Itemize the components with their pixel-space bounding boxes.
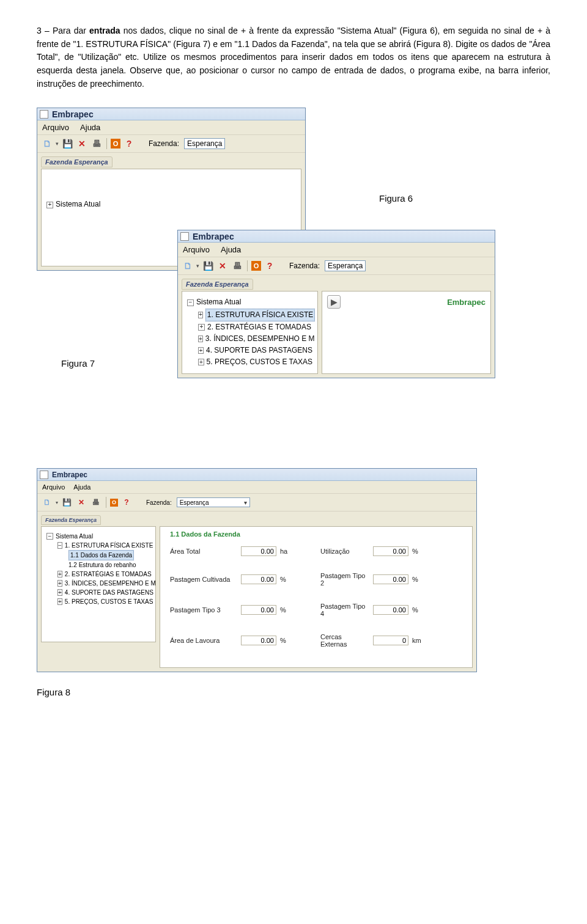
new-icon[interactable]: 🗋 (41, 138, 53, 150)
tree-node-4-label: 4. SUPORTE DAS PASTAGENS (206, 345, 312, 356)
help-icon[interactable]: ? (264, 260, 276, 272)
save-icon[interactable]: 💾 (202, 260, 214, 272)
tree-node-5[interactable]: +5. PREÇOS, CUSTOS E TAXAS (187, 356, 312, 368)
save-icon[interactable]: 💾 (61, 138, 73, 150)
collapse-icon[interactable]: − (187, 299, 194, 306)
new-icon[interactable]: 🗋 (41, 496, 53, 508)
menu-ajuda[interactable]: Ajuda (80, 123, 100, 132)
tree-node-1[interactable]: −1. ESTRUTURA FÍSICA EXISTE (46, 541, 150, 550)
delete-icon[interactable]: ✕ (216, 260, 229, 272)
tree-node-1[interactable]: +1. ESTRUTURA FÍSICA EXISTE (187, 309, 312, 321)
tree-node-4[interactable]: +4. SUPORTE DAS PASTAGENS (46, 588, 150, 597)
help-icon[interactable]: ? (120, 496, 133, 508)
tree-root-label: Sistema Atual (56, 532, 93, 541)
print-icon[interactable]: 🖶 (90, 138, 103, 150)
fazenda-combo[interactable]: Esperança (325, 260, 366, 271)
expand-icon[interactable]: + (198, 359, 204, 365)
menu-arquivo[interactable]: Arquivo (183, 245, 210, 254)
expand-icon[interactable]: + (198, 324, 205, 331)
new-icon[interactable]: 🗋 (182, 260, 194, 272)
tree-root[interactable]: −Sistema Atual (46, 532, 150, 541)
app-title: Embrapec (52, 109, 94, 119)
tree-node-5[interactable]: +5. PREÇOS, CUSTOS E TAXAS (46, 597, 150, 606)
menu-ajuda[interactable]: Ajuda (73, 483, 90, 491)
figure-7-window: Embrapec Arquivo Ajuda 🗋▾ 💾 ✕ 🖶 O ? Faze… (177, 230, 495, 378)
print-icon[interactable]: 🖶 (231, 260, 243, 272)
stop-icon[interactable]: O (110, 499, 118, 507)
app-title: Embrapec (193, 232, 234, 241)
save-icon[interactable]: 💾 (61, 496, 73, 508)
app-logo-icon (180, 232, 189, 241)
expand-icon[interactable]: + (198, 336, 203, 342)
pastagem-cultivada-input[interactable] (241, 574, 276, 584)
print-icon[interactable]: 🖶 (90, 496, 102, 508)
menubar: Arquivo Ajuda (178, 243, 495, 257)
tree-root[interactable]: + Sistema Atual (46, 199, 296, 210)
tree-node-3-label: 3. ÍNDICES, DESEMPENHO E M (205, 333, 315, 345)
stop-icon[interactable]: O (251, 261, 261, 271)
expand-icon[interactable]: + (57, 580, 62, 587)
collapse-icon[interactable]: − (57, 542, 62, 549)
tree-node-2[interactable]: +2. ESTRATÉGIAS E TOMADAS (187, 321, 312, 333)
menu-arquivo[interactable]: Arquivo (42, 123, 69, 132)
fazenda-combo[interactable]: Esperança ▾ (177, 497, 250, 507)
tree-node-3[interactable]: +3. ÍNDICES, DESEMPENHO E M (187, 333, 312, 345)
toolbar-separator (106, 497, 106, 508)
brand-title: Embrapec (447, 298, 485, 307)
menubar: Arquivo Ajuda (37, 481, 476, 493)
pastagem-tipo3-input[interactable] (241, 605, 276, 615)
tree-root[interactable]: − Sistema Atual (187, 296, 312, 308)
para-lead: 3 – Para dar (37, 26, 89, 35)
tree-node-1-2[interactable]: 1.2 Estrutura do rebanho (46, 560, 150, 570)
collapse-icon[interactable]: − (46, 533, 53, 540)
tree-root-label: Sistema Atual (56, 199, 100, 210)
utilizacao-label: Utilização (320, 548, 369, 555)
titlebar[interactable]: Embrapec (37, 469, 476, 481)
help-icon[interactable]: ? (123, 138, 135, 150)
expand-icon[interactable]: + (57, 589, 62, 596)
tree-node-1-2-label: 1.2 Estrutura do rebanho (68, 560, 136, 570)
utilizacao-input[interactable] (373, 546, 408, 556)
tree-node-5-label: 5. PREÇOS, CUSTOS E TAXAS (65, 597, 153, 606)
pastagem-tipo4-input[interactable] (373, 605, 408, 615)
pastagem-tipo3-label: Pastagem Tipo 3 (170, 606, 237, 614)
cercas-externas-unit: km (412, 637, 427, 644)
expand-icon[interactable]: + (46, 202, 53, 208)
delete-icon[interactable]: ✕ (76, 138, 88, 150)
menu-ajuda[interactable]: Ajuda (221, 245, 241, 254)
tree-node-3-label: 3. ÍNDICES, DESEMPENHO E M (65, 579, 156, 588)
fazenda-label: Fazenda: (146, 499, 172, 506)
cercas-externas-input[interactable] (373, 636, 408, 645)
figure-8-window: Embrapec Arquivo Ajuda 🗋▾ 💾 ✕ 🖶 O ? Faze… (37, 468, 477, 672)
pastagem-cultivada-label: Pastagem Cultivada (170, 576, 237, 583)
nav-forward-button[interactable]: ▶ (327, 295, 341, 309)
toolbar: 🗋▾ 💾 ✕ 🖶 O ? Fazenda: Esperança (37, 134, 305, 153)
app-logo-icon (40, 471, 48, 479)
tree-node-3[interactable]: +3. ÍNDICES, DESEMPENHO E M (46, 579, 150, 588)
titlebar[interactable]: Embrapec (178, 230, 495, 243)
expand-icon[interactable]: + (198, 347, 204, 354)
delete-icon[interactable]: ✕ (75, 496, 87, 508)
titlebar[interactable]: Embrapec (37, 108, 305, 120)
stop-icon[interactable]: O (111, 139, 120, 148)
menubar: Arquivo Ajuda (37, 120, 305, 134)
menu-arquivo[interactable]: Arquivo (42, 483, 65, 491)
expand-icon[interactable]: + (57, 598, 62, 605)
area-lavoura-input[interactable] (241, 636, 276, 645)
fazenda-value: Esperança (180, 499, 209, 506)
toolbar: 🗋▾ 💾 ✕ 🖶 O ? Fazenda: Esperança (178, 257, 495, 275)
form-row-2: Pastagem Cultivada % Pastagem Tipo 2 % (170, 572, 462, 587)
tree-node-2[interactable]: +2. ESTRATÉGIAS E TOMADAS (46, 570, 150, 579)
tree-panel: −Sistema Atual −1. ESTRUTURA FÍSICA EXIS… (41, 526, 156, 642)
area-total-input[interactable] (241, 546, 276, 556)
toolbar-separator (247, 260, 248, 271)
tree-node-4[interactable]: +4. SUPORTE DAS PASTAGENS (187, 345, 312, 356)
tree-node-1-1[interactable]: 1.1 Dados da Fazenda (46, 550, 150, 560)
figure-6-caption: Figura 6 (379, 193, 413, 204)
pastagem-tipo2-input[interactable] (373, 574, 408, 584)
fazenda-combo[interactable]: Esperança (184, 138, 225, 149)
expand-icon[interactable]: + (57, 571, 62, 578)
form-row-4: Área de Lavoura % Cercas Externas km (170, 633, 462, 648)
expand-icon[interactable]: + (198, 312, 203, 318)
pastagem-tipo4-label: Pastagem Tipo 4 (320, 603, 369, 617)
